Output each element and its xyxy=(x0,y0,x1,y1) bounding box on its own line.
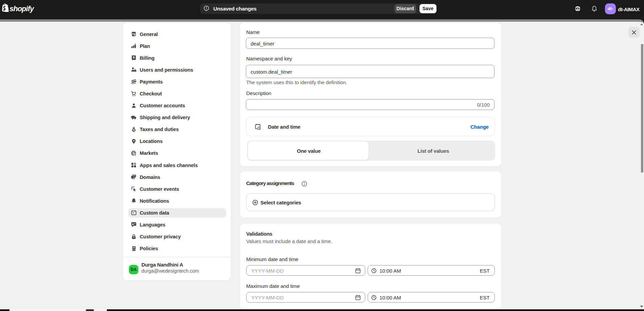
svg-text:A: A xyxy=(132,223,134,226)
svg-text:*: * xyxy=(134,223,135,226)
svg-text:$: $ xyxy=(133,56,135,59)
svg-text:$: $ xyxy=(134,153,136,156)
